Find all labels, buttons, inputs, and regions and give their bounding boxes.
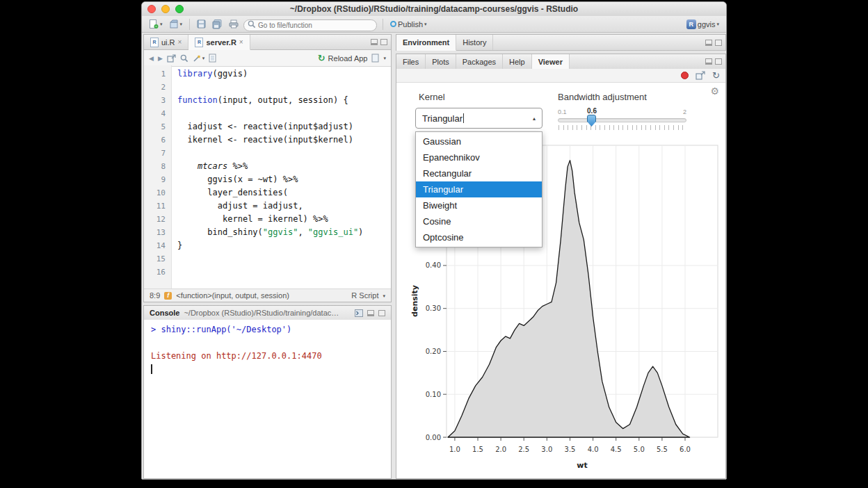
tab-packages[interactable]: Packages	[456, 54, 503, 69]
tab-files[interactable]: Files	[396, 54, 426, 69]
svg-text:wt: wt	[577, 461, 587, 470]
toolbar-separator	[383, 19, 383, 30]
project-name-label: ggvis	[698, 20, 716, 29]
minimize-pane-button[interactable]	[705, 40, 712, 46]
tab-label: History	[463, 38, 486, 47]
file-type-label[interactable]: R Script	[351, 291, 378, 300]
maximize-pane-button[interactable]	[715, 58, 722, 65]
pane-window-controls	[702, 35, 725, 50]
open-in-new-window-icon[interactable]	[696, 71, 705, 80]
caret-down-icon: ▾	[716, 22, 719, 26]
console-lines: > shiny::runApp('~/Desktop') Listening o…	[151, 323, 384, 363]
tab-ui-r[interactable]: R ui.R ×	[144, 35, 188, 49]
tab-viewer[interactable]: Viewer	[532, 54, 570, 70]
line-number: 9	[144, 173, 166, 186]
minimize-pane-button[interactable]	[367, 310, 374, 316]
svg-text:2.5: 2.5	[518, 446, 529, 453]
kernel-option[interactable]: Cosine	[416, 213, 542, 229]
code-line: adjust = iadjust,	[177, 200, 363, 213]
svg-text:0.10: 0.10	[426, 391, 441, 398]
minimize-pane-button[interactable]	[371, 39, 378, 45]
kernel-option[interactable]: Triangular	[416, 181, 542, 197]
pane-window-controls	[367, 35, 391, 49]
line-number: 15	[144, 252, 166, 266]
line-number: 12	[144, 213, 166, 226]
save-all-button[interactable]	[211, 19, 224, 30]
line-number: 13	[144, 226, 166, 239]
editor-toolbar: ◀ ▶ ▾ ↻ Reload App ▾	[144, 50, 391, 67]
tab-history[interactable]: History	[456, 35, 493, 50]
screen: ~/Dropbox (RStudio)/RStudio/training/dat…	[0, 0, 868, 488]
popout-editor-icon[interactable]	[167, 54, 176, 63]
maximize-pane-button[interactable]	[380, 39, 387, 45]
code-tools-button[interactable]: ▾	[193, 54, 205, 63]
new-file-button[interactable]: ▾	[147, 18, 164, 30]
reload-icon: ↻	[318, 53, 326, 63]
maximize-pane-button[interactable]	[715, 40, 722, 46]
code-lines: library(ggvis) function(input, output, s…	[172, 65, 363, 289]
bandwidth-slider[interactable]: 0.1 0.6 2	[558, 106, 686, 136]
console-body[interactable]: > shiny::runApp('~/Desktop') Listening o…	[144, 320, 391, 478]
svg-text:1.5: 1.5	[472, 446, 483, 453]
maximize-pane-button[interactable]	[378, 310, 385, 316]
slider-ticks	[558, 125, 686, 130]
window-title: ~/Dropbox (RStudio)/RStudio/training/dat…	[142, 4, 726, 14]
save-button[interactable]	[195, 19, 207, 29]
close-tab-icon[interactable]: ×	[239, 38, 243, 46]
pane-window-controls	[702, 54, 725, 69]
kernel-option[interactable]: Gaussian	[416, 133, 542, 149]
slider-track[interactable]	[558, 118, 686, 122]
viewer-toolbar: ↻	[396, 69, 725, 83]
toolbar-separator	[189, 19, 190, 30]
publish-icon	[390, 21, 396, 27]
kernel-select[interactable]: Triangular ▴	[415, 108, 542, 129]
minimize-pane-button[interactable]	[705, 58, 712, 65]
tab-help[interactable]: Help	[503, 54, 532, 69]
close-tab-icon[interactable]: ×	[178, 38, 182, 46]
kernel-option[interactable]: Epanechnikov	[416, 149, 542, 165]
source-options-icon[interactable]	[371, 54, 379, 63]
svg-text:4.5: 4.5	[611, 446, 622, 453]
compile-report-icon[interactable]	[209, 54, 216, 63]
console-cursor	[151, 364, 152, 374]
reload-app-button[interactable]: ↻ Reload App	[318, 53, 368, 63]
back-icon[interactable]: ◀	[149, 55, 154, 62]
tab-environment[interactable]: Environment	[396, 35, 456, 51]
editor-statusbar: 8:9 f <function>(input, output, session)…	[144, 288, 391, 302]
goto-file-input[interactable]	[243, 19, 377, 31]
svg-text:3.5: 3.5	[565, 446, 576, 453]
tab-plots[interactable]: Plots	[426, 54, 456, 69]
code-editor[interactable]: 12345678910111213141516 library(ggvis) f…	[144, 65, 391, 289]
svg-text:5.5: 5.5	[657, 446, 668, 453]
publish-button[interactable]: Publish ▾	[389, 19, 428, 29]
stop-app-button[interactable]	[681, 72, 689, 79]
kernel-option[interactable]: Biweight	[416, 197, 542, 213]
code-line: bind_shiny("ggvis", "ggvis_ui")	[177, 226, 363, 239]
goto-file-search[interactable]	[243, 18, 377, 30]
gear-icon[interactable]: ⚙	[710, 86, 719, 97]
find-icon[interactable]	[180, 54, 188, 63]
print-button[interactable]	[227, 19, 240, 29]
console-title[interactable]: Console	[150, 309, 179, 317]
print-icon	[229, 19, 239, 29]
kernel-option[interactable]: Optcosine	[416, 229, 542, 245]
viewer-tabstrip: Files Plots Packages Help Viewer	[396, 54, 725, 70]
code-line: ggvis(x = ~wt) %>%	[177, 173, 363, 186]
new-project-button[interactable]: ▾	[168, 19, 184, 30]
forward-icon[interactable]: ▶	[158, 55, 163, 62]
code-line	[177, 107, 363, 120]
tab-label: Help	[509, 58, 525, 66]
project-menu-button[interactable]: R ggvis ▾	[685, 19, 721, 30]
caret-down-icon: ▾	[202, 56, 205, 60]
kernel-option[interactable]: Rectangular	[416, 165, 542, 181]
refresh-viewer-icon[interactable]: ↻	[712, 71, 720, 80]
caret-down-icon[interactable]: ▾	[383, 56, 386, 60]
caret-down-icon[interactable]: ▾	[383, 293, 385, 298]
scope-breadcrumb[interactable]: <function>(input, output, session)	[176, 291, 289, 300]
kernel-label: Kernel	[419, 92, 445, 102]
slider-max-label: 2	[683, 108, 686, 115]
line-number: 16	[144, 266, 166, 279]
search-icon	[248, 20, 256, 29]
code-line: library(ggvis)	[177, 67, 363, 81]
tab-server-r[interactable]: R server.R ×	[188, 35, 250, 50]
